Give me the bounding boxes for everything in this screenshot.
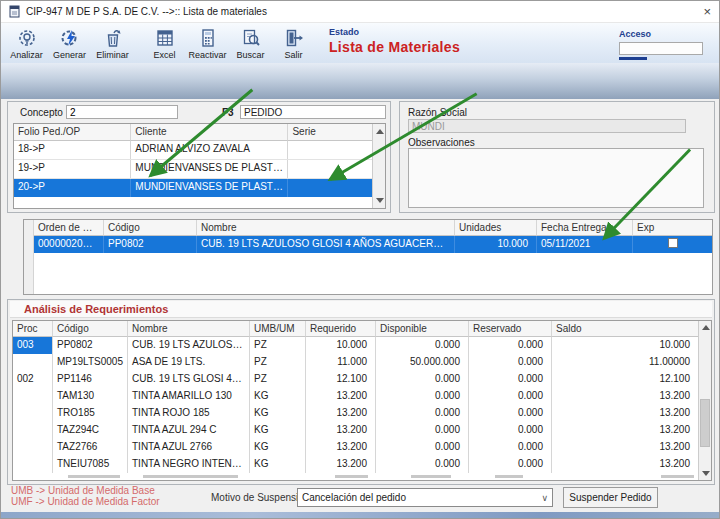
requerido-cell: 13.200 bbox=[306, 422, 376, 439]
analisis-row[interactable]: TRO185 TINTA ROJO 185 KG 13.200 0.000 0.… bbox=[13, 405, 698, 422]
reservado-cell: 0.000 bbox=[469, 354, 552, 371]
saldo-col-header[interactable]: Saldo bbox=[552, 321, 698, 337]
generar-label: Generar bbox=[53, 50, 86, 60]
motivo-suspension-select[interactable]: Cancelación del pedido ∨ bbox=[297, 488, 553, 507]
exp-checkbox[interactable] bbox=[668, 238, 678, 248]
umb-cell: KG bbox=[250, 456, 306, 473]
disponible-cell: 0.000 bbox=[376, 456, 469, 473]
analisis-row[interactable]: 003 PP0802 CUB. 19 LTS AZULOSO GLO... PZ… bbox=[13, 337, 698, 354]
requerido-cell: 12.100 bbox=[306, 371, 376, 388]
estado-area: Estado Lista de Materiales bbox=[329, 25, 460, 55]
concepto-label: Concepto bbox=[20, 107, 63, 118]
codigo-cell: TAZ294C bbox=[53, 422, 128, 439]
reservado-cell: 0.000 bbox=[469, 371, 552, 388]
observaciones-box[interactable] bbox=[408, 148, 704, 208]
folio-col-header[interactable]: Folio Ped./OP bbox=[14, 124, 131, 141]
excel-button[interactable]: Excel bbox=[143, 25, 186, 60]
codigo-col-header[interactable]: Código bbox=[104, 220, 197, 236]
saldo-cell: 13.200 bbox=[552, 422, 698, 439]
disponible-col-header[interactable]: Disponible bbox=[376, 321, 469, 337]
analisis-row[interactable]: TAZ294C TINTA AZUL 294 C KG 13.200 0.000… bbox=[13, 422, 698, 439]
analisis-row[interactable]: TAM130 TINTA AMARILLO 130 KG 13.200 0.00… bbox=[13, 388, 698, 405]
pedido-field[interactable]: PEDIDO bbox=[240, 105, 386, 119]
nombre-col-header[interactable]: Nombre bbox=[197, 220, 455, 236]
window-title: CIP-947 M DE P S.A. DE C.V. -->:: Lista … bbox=[26, 6, 267, 17]
folio-table: Folio Ped./OP Cliente Serie 18->P ADRIAN… bbox=[13, 123, 386, 209]
analizar-button[interactable]: Analizar bbox=[5, 25, 48, 60]
acceso-underline bbox=[619, 57, 647, 60]
cliente-col-header[interactable]: Cliente bbox=[131, 124, 288, 141]
exp-cell bbox=[633, 236, 712, 253]
units-legend: UMB -> Unidad de Medida Base UMF -> Unid… bbox=[11, 485, 160, 507]
generar-button[interactable]: Generar bbox=[48, 25, 91, 60]
scroll-down-icon[interactable] bbox=[376, 198, 384, 203]
folio-cell: 20->P bbox=[14, 179, 131, 197]
motivo-suspension-label: Motivo de Suspensión bbox=[211, 492, 309, 503]
umb-cell: KG bbox=[250, 439, 306, 456]
reactivar-label: Reactivar bbox=[188, 50, 226, 60]
umf-legend: UMF -> Unidad de Medida Factor bbox=[11, 496, 160, 507]
analisis-row[interactable]: MP19LTS0005 ASA DE 19 LTS. PZ 11.000 50.… bbox=[13, 354, 698, 371]
folio-header-row: Folio Ped./OP Cliente Serie bbox=[14, 124, 372, 141]
fecha-col-header[interactable]: Fecha Entrega bbox=[537, 220, 633, 236]
proc-cell bbox=[13, 422, 53, 439]
acceso-input[interactable] bbox=[619, 42, 703, 55]
scroll-down-icon[interactable] bbox=[702, 471, 710, 476]
proc-col-header[interactable]: Proc bbox=[13, 321, 53, 337]
scroll-up-icon[interactable] bbox=[376, 129, 384, 134]
nombre-cell: CUB. 19 LTS AZULOSO GLO... bbox=[128, 337, 250, 354]
proc-cell bbox=[13, 439, 53, 456]
estado-label: Estado bbox=[329, 27, 460, 37]
folio-row[interactable]: 19->P MUNDIENVANSES DE PLASTICO ... bbox=[14, 160, 372, 179]
detalle-panel: Razón Social MUNDI Observaciones bbox=[399, 101, 715, 213]
exp-col-header[interactable]: Exp bbox=[633, 220, 712, 236]
codigo-cell: PP0802 bbox=[104, 236, 197, 253]
orden-row-selected[interactable]: 00000020M01 PP0802 CUB. 19 LTS AZULOSO G… bbox=[34, 236, 712, 253]
disponible-cell: 0.000 bbox=[376, 422, 469, 439]
motivo-selected-value: Cancelación del pedido bbox=[302, 492, 406, 503]
unidades-col-header[interactable]: Unidades bbox=[455, 220, 537, 236]
titlebar: CIP-947 M DE P S.A. DE C.V. -->:: Lista … bbox=[1, 1, 719, 23]
analisis-row[interactable]: TAZ2766 TINTA AZUL 2766 KG 13.200 0.000 … bbox=[13, 439, 698, 456]
scroll-up-icon[interactable] bbox=[702, 325, 710, 330]
requerido-col-header[interactable]: Requerido bbox=[306, 321, 376, 337]
orden-col-header[interactable]: Orden de Prod bbox=[34, 220, 104, 236]
codigo-cell: PP1146 bbox=[53, 371, 128, 388]
reservado-cell: 0.000 bbox=[469, 422, 552, 439]
salir-button[interactable]: Salir bbox=[272, 25, 315, 60]
acceso-area: Acceso bbox=[619, 29, 705, 60]
serie-cell bbox=[288, 179, 372, 197]
folio-scrollbar[interactable] bbox=[372, 124, 385, 208]
reactivar-button[interactable]: Reactivar bbox=[186, 25, 229, 60]
eliminar-button[interactable]: Eliminar bbox=[91, 25, 134, 60]
analisis-header-row: Proc Código Nombre UMB/UM Requerido Disp… bbox=[13, 321, 698, 337]
analisis-row[interactable]: TNEIU7085 TINTA NEGRO INTENSO UV... KG 1… bbox=[13, 456, 698, 473]
nombre-col-header[interactable]: Nombre bbox=[128, 321, 250, 337]
umb-cell: KG bbox=[250, 405, 306, 422]
observaciones-label: Observaciones bbox=[408, 137, 475, 148]
folio-row[interactable]: 18->P ADRIAN ALVIZO ZAVALA bbox=[14, 141, 372, 160]
requerido-cell: 13.200 bbox=[306, 405, 376, 422]
serie-col-header[interactable]: Serie bbox=[288, 124, 372, 141]
saldo-cell: 13.200 bbox=[552, 439, 698, 456]
buscar-button[interactable]: Buscar bbox=[229, 25, 272, 60]
orden-header-row: Orden de Prod Código Nombre Unidades Fec… bbox=[34, 220, 712, 236]
analisis-row[interactable]: 002 PP1146 CUB. 19 LTS GLOSI 4A AGU... P… bbox=[13, 371, 698, 388]
disponible-cell: 0.000 bbox=[376, 371, 469, 388]
scrollbar-thumb[interactable] bbox=[700, 399, 710, 447]
suspender-pedido-label: Suspender Pedido bbox=[569, 492, 651, 503]
codigo-cell: MP19LTS0005 bbox=[53, 354, 128, 371]
umb-col-header[interactable]: UMB/UM bbox=[250, 321, 306, 337]
folio-row-selected[interactable]: 20->P MUNDIENVANSES DE PLASTICO ... bbox=[14, 179, 372, 197]
reservado-col-header[interactable]: Reservado bbox=[469, 321, 552, 337]
close-icon[interactable]: × bbox=[703, 5, 711, 18]
suspender-pedido-button[interactable]: Suspender Pedido bbox=[563, 487, 658, 508]
unidades-cell: 10.000 bbox=[455, 236, 537, 253]
concepto-input[interactable] bbox=[66, 105, 178, 119]
saldo-cell: 13.200 bbox=[552, 388, 698, 405]
codigo-col-header[interactable]: Código bbox=[53, 321, 128, 337]
analisis-scrollbar[interactable] bbox=[698, 321, 711, 480]
nombre-cell: CUB. 19 LTS GLOSI 4A AGU... bbox=[128, 371, 250, 388]
requerido-cell: 10.000 bbox=[306, 337, 376, 354]
requerido-cell: 13.200 bbox=[306, 388, 376, 405]
